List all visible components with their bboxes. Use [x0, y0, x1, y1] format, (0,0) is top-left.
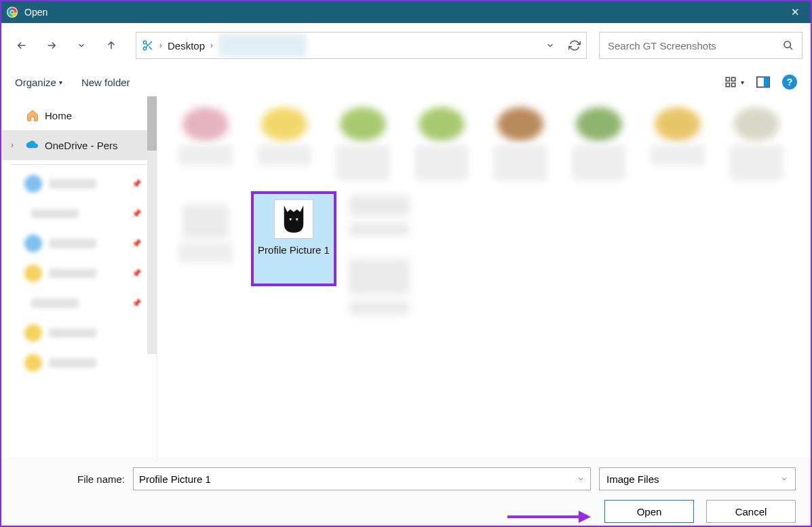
breadcrumb-redacted [218, 34, 307, 57]
svg-point-4 [143, 47, 147, 50]
filename-value: Profile Picture 1 [139, 473, 211, 485]
chevron-right-icon: › [11, 140, 20, 150]
window-title: Open [24, 7, 47, 18]
sidebar: Home › OneDrive - Pers 📌 📌 📌 📌 📌 [1, 96, 157, 458]
panel-icon [756, 76, 770, 88]
close-button[interactable]: ✕ [779, 1, 811, 23]
chevron-down-icon [780, 475, 788, 483]
home-icon [26, 109, 39, 122]
organize-menu[interactable]: Organize ▾ [15, 77, 62, 88]
up-button[interactable] [99, 33, 123, 58]
file-grid-row-2: Profile Picture 1 [157, 191, 811, 315]
filetype-select[interactable]: Image Files [599, 467, 796, 490]
refresh-button[interactable] [568, 39, 581, 52]
footer: File name: Profile Picture 1 Image Files… [1, 458, 811, 526]
pin-icon: 📌 [132, 239, 142, 248]
file-thumb-redacted[interactable] [349, 191, 410, 315]
button-row: Open Cancel [16, 500, 796, 523]
file-thumb-redacted[interactable] [330, 107, 396, 180]
svg-point-3 [143, 41, 147, 44]
filename-input[interactable]: Profile Picture 1 [133, 467, 591, 490]
caret-down-icon: ▾ [741, 79, 744, 86]
pin-icon: 📌 [132, 209, 142, 218]
titlebar: Open ✕ [1, 1, 811, 23]
chevron-down-icon [77, 41, 86, 50]
forward-button[interactable] [39, 33, 64, 58]
chevron-down-icon[interactable] [545, 41, 555, 50]
search-input[interactable] [608, 40, 783, 52]
file-thumb-redacted[interactable] [723, 107, 790, 180]
app-icon [5, 5, 19, 19]
chevron-right-icon: › [210, 41, 213, 50]
filename-label: File name: [16, 473, 125, 485]
new-folder-button[interactable]: New folder [81, 77, 130, 88]
svg-rect-6 [726, 77, 729, 81]
pin-icon: 📌 [132, 269, 142, 278]
cancel-button[interactable]: Cancel [706, 500, 796, 523]
arrow-left-icon [16, 39, 28, 52]
file-thumb-redacted[interactable] [172, 107, 239, 180]
grid-icon [724, 76, 737, 88]
svg-rect-11 [764, 77, 769, 87]
svg-rect-9 [732, 83, 735, 87]
sidebar-item-redacted[interactable] [1, 348, 157, 378]
svg-marker-14 [579, 511, 591, 523]
file-profile-picture-1[interactable]: Profile Picture 1 [251, 191, 336, 286]
svg-point-5 [784, 41, 790, 47]
nav-row: › Desktop › [1, 23, 811, 68]
file-thumb-redacted[interactable] [172, 205, 239, 315]
help-button[interactable]: ? [782, 75, 797, 90]
pin-icon: 📌 [132, 298, 142, 308]
main-area: Home › OneDrive - Pers 📌 📌 📌 📌 📌 [1, 96, 811, 458]
sidebar-item-onedrive[interactable]: › OneDrive - Pers [1, 130, 157, 160]
recent-dropdown[interactable] [69, 33, 94, 58]
file-thumb-redacted[interactable] [487, 107, 554, 180]
sidebar-item-label: OneDrive - Pers [45, 140, 118, 151]
file-thumbnail [274, 199, 313, 239]
preview-pane-button[interactable] [756, 76, 770, 88]
pin-icon: 📌 [132, 179, 142, 189]
back-button[interactable] [9, 33, 34, 58]
sidebar-scrollbar-thumb[interactable] [147, 96, 157, 151]
arrow-up-icon [105, 39, 117, 52]
close-icon: ✕ [791, 6, 800, 18]
file-thumb-redacted[interactable] [408, 107, 475, 180]
caret-down-icon: ▾ [59, 79, 62, 86]
svg-point-2 [11, 11, 14, 14]
sidebar-item-redacted[interactable]: 📌 [1, 169, 157, 199]
sidebar-item-label: Home [45, 110, 72, 121]
svg-rect-8 [726, 83, 729, 87]
chevron-right-icon: › [159, 41, 162, 50]
view-options-button[interactable]: ▾ [724, 76, 744, 88]
file-thumb-redacted[interactable] [251, 107, 317, 180]
file-label: Profile Picture 1 [258, 244, 330, 256]
scissors-icon [142, 39, 154, 52]
filetype-value: Image Files [606, 473, 659, 485]
sidebar-item-redacted[interactable]: 📌 [1, 288, 157, 318]
filename-row: File name: Profile Picture 1 Image Files [16, 467, 796, 490]
chevron-down-icon[interactable] [577, 475, 585, 483]
file-grid-row-1 [157, 96, 811, 191]
toolbar: Organize ▾ New folder ▾ ? [1, 68, 811, 96]
sidebar-item-redacted[interactable]: 📌 [1, 199, 157, 229]
file-thumb-redacted[interactable] [644, 107, 711, 180]
sidebar-item-redacted[interactable]: 📌 [1, 229, 157, 258]
search-box[interactable] [599, 32, 803, 59]
organize-label: Organize [15, 77, 56, 88]
breadcrumb-desktop[interactable]: Desktop [168, 40, 205, 52]
open-button[interactable]: Open [604, 500, 694, 523]
annotation-arrow [504, 507, 592, 527]
sidebar-item-home[interactable]: Home [1, 100, 157, 130]
batman-mask-icon [281, 204, 307, 234]
file-thumb-redacted[interactable] [566, 107, 632, 180]
cloud-icon [26, 140, 39, 151]
sidebar-item-redacted[interactable] [1, 318, 157, 348]
search-icon [783, 40, 794, 51]
divider [11, 164, 147, 165]
address-bar[interactable]: › Desktop › [136, 32, 587, 59]
sidebar-item-redacted[interactable]: 📌 [1, 258, 157, 288]
arrow-right-icon [45, 39, 58, 52]
svg-rect-7 [732, 77, 735, 81]
file-pane: Profile Picture 1 [157, 96, 811, 458]
